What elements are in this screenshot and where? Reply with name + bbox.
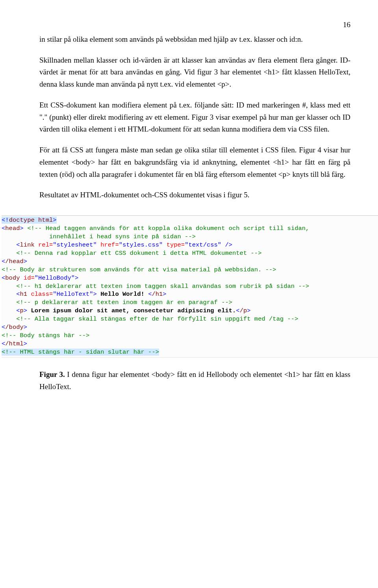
paragraph-4: För att få CSS att fungera måste man sed… xyxy=(39,144,350,180)
paragraph-1: in stilar på olika element som används p… xyxy=(39,33,350,46)
figure-label: Figur 3. xyxy=(39,370,65,378)
figure-caption-text: I denna figur har elementet <body> fått … xyxy=(39,370,350,391)
paragraph-2: Skillnaden mellan klasser och id-värden … xyxy=(39,54,350,91)
code-figure: <!doctype html> <head> <!-- Head taggen … xyxy=(2,215,378,358)
paragraph-5: Resultatet av HTML-dokumentet och-CSS do… xyxy=(39,189,350,201)
paragraph-3: Ett CSS-dokument kan modifiera element p… xyxy=(39,99,350,135)
page-number: 16 xyxy=(39,19,350,31)
figure-caption: Figur 3. I denna figur har elementet <bo… xyxy=(39,369,350,393)
